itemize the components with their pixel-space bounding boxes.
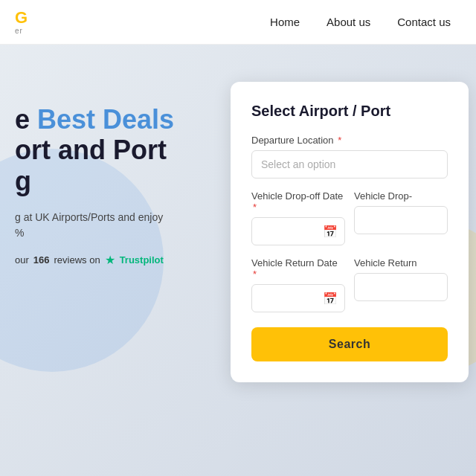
return-row: Vehicle Return Date * 📅 Vehicle Return 0… bbox=[251, 257, 448, 312]
departure-label: Departure Location * bbox=[251, 135, 448, 146]
dropoff-row: Vehicle Drop-off Date * 📅 Vehicle Drop- … bbox=[251, 190, 448, 245]
trustpilot-label: Trustpilot bbox=[120, 254, 164, 266]
trustpilot-star-icon: ★ bbox=[105, 253, 115, 267]
search-button[interactable]: Search bbox=[251, 327, 448, 361]
search-card: Select Airport / Port Departure Location… bbox=[231, 82, 469, 382]
dropoff-time-input[interactable]: 00:00 bbox=[354, 206, 448, 234]
return-required-star: * bbox=[253, 268, 257, 280]
reviews-suffix: reviews on bbox=[54, 254, 100, 266]
trustpilot-row: our 166 reviews on ★ Trustpilot bbox=[15, 253, 231, 267]
hero-subtitle: g at UK Airports/Ports and enjoy% bbox=[15, 210, 231, 241]
reviews-count: 166 bbox=[33, 254, 50, 266]
reviews-prefix: our bbox=[15, 254, 29, 266]
hero-text: e Best Deals ort and Port g g at UK Airp… bbox=[0, 89, 231, 267]
departure-group: Departure Location * Select an option bbox=[251, 135, 448, 178]
dropoff-time-col: Vehicle Drop- 00:00 bbox=[354, 190, 448, 245]
logo: G er bbox=[15, 9, 27, 35]
required-star: * bbox=[338, 135, 341, 146]
hero-highlight: Best Deals bbox=[37, 104, 174, 135]
dropoff-date-input-wrapper: 📅 bbox=[251, 217, 345, 245]
dropoff-date-input[interactable] bbox=[251, 217, 345, 245]
card-title: Select Airport / Port bbox=[251, 103, 448, 120]
departure-select[interactable]: Select an option bbox=[251, 150, 448, 178]
return-time-input[interactable]: 00:00 bbox=[354, 273, 448, 301]
nav-links: Home About us Contact us bbox=[260, 10, 461, 34]
return-date-input-wrapper: 📅 bbox=[251, 284, 345, 312]
dropoff-date-col: Vehicle Drop-off Date * 📅 bbox=[251, 190, 345, 245]
dropoff-date-label: Vehicle Drop-off Date * bbox=[251, 190, 345, 213]
return-date-col: Vehicle Return Date * 📅 bbox=[251, 257, 345, 312]
navbar: G er Home About us Contact us bbox=[0, 0, 476, 45]
hero-section: e Best Deals ort and Port g g at UK Airp… bbox=[0, 45, 476, 476]
nav-link-contact[interactable]: Contact us bbox=[387, 10, 461, 34]
dropoff-required-star: * bbox=[253, 202, 257, 213]
logo-text-bottom: er bbox=[15, 27, 27, 35]
logo-text-top: G bbox=[15, 9, 27, 27]
hero-title: e Best Deals ort and Port g bbox=[15, 104, 231, 196]
return-time-label: Vehicle Return bbox=[354, 257, 448, 268]
nav-link-about[interactable]: About us bbox=[316, 10, 381, 34]
nav-link-home[interactable]: Home bbox=[260, 10, 310, 34]
return-date-input[interactable] bbox=[251, 284, 345, 312]
dropoff-time-label: Vehicle Drop- bbox=[354, 190, 448, 202]
return-date-label: Vehicle Return Date * bbox=[251, 257, 345, 280]
return-time-col: Vehicle Return 00:00 bbox=[354, 257, 448, 312]
